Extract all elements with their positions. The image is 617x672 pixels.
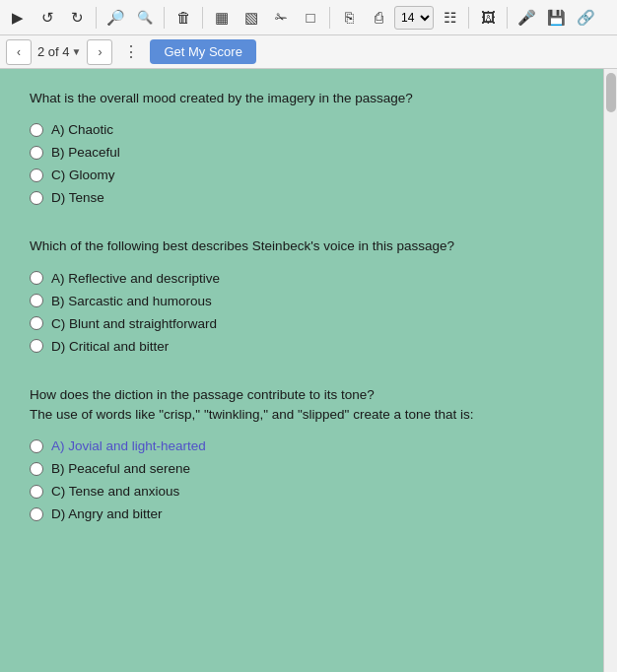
question-text-2: Which of the following best describes St… [30, 236, 574, 256]
radio-q1d[interactable] [30, 191, 43, 205]
separator3 [202, 7, 203, 29]
question-block-3: How does the diction in the passage cont… [30, 385, 574, 522]
option-row-q1b[interactable]: B) Peaceful [30, 145, 574, 160]
option-row-q1c[interactable]: C) Gloomy [30, 168, 574, 182]
option-label-q3c: C) Tense and anxious [51, 484, 179, 499]
undo-icon[interactable]: ↺ [34, 4, 61, 32]
main-content: What is the overall mood created by the … [0, 69, 603, 672]
option-row-q3a[interactable]: A) Jovial and light-hearted [30, 438, 574, 453]
radio-q1a[interactable] [30, 123, 43, 137]
option-label-q3d: D) Angry and bitter [51, 506, 163, 521]
question-block-1: What is the overall mood created by the … [30, 89, 574, 205]
option-row-q1a[interactable]: A) Chaotic [30, 122, 574, 137]
mic-icon[interactable]: 🎤 [513, 4, 540, 32]
save-icon[interactable]: 💾 [542, 4, 570, 32]
radio-q2a[interactable] [30, 271, 43, 285]
radio-q1b[interactable] [30, 146, 43, 160]
zoom-select[interactable]: 14 [394, 6, 434, 30]
option-row-q1d[interactable]: D) Tense [30, 190, 574, 205]
option-label-q2a: A) Reflective and descriptive [51, 271, 220, 286]
question-text-1: What is the overall mood created by the … [30, 89, 574, 108]
option-row-q2a[interactable]: A) Reflective and descriptive [30, 271, 574, 286]
option-row-q3b[interactable]: B) Peaceful and serene [30, 461, 574, 476]
cursor-icon[interactable]: ▶ [4, 4, 32, 32]
option-label-q2d: D) Critical and bitter [51, 339, 169, 354]
separator2 [164, 7, 165, 29]
radio-q3a[interactable] [30, 439, 43, 453]
separator1 [96, 7, 97, 29]
redo-icon[interactable]: ↻ [63, 4, 91, 32]
scrollbar-track[interactable] [603, 69, 617, 672]
cut-icon[interactable]: ✁ [267, 4, 295, 32]
toolbar-row1: ▶ ↺ ↻ 🔎 🔍 🗑 ▦ ▧ ✁ □ ⎘ ⎙ 14 ☷ 🖼 🎤 💾 🔗 [0, 0, 617, 35]
content-area: What is the overall mood created by the … [0, 69, 617, 672]
page-indicator: 2 of 4 ▼ [37, 44, 81, 59]
page-text: 2 of 4 [37, 44, 70, 59]
radio-q3b[interactable] [30, 462, 43, 476]
option-label-q1a: A) Chaotic [51, 122, 113, 137]
radio-q1c[interactable] [30, 168, 43, 182]
resize-icon[interactable]: ⎙ [365, 4, 392, 32]
get-score-button[interactable]: Get My Score [150, 39, 255, 64]
delete-icon[interactable]: 🗑 [170, 4, 197, 32]
option-row-q2d[interactable]: D) Critical and bitter [30, 339, 574, 354]
nav-prev-button[interactable]: ‹ [6, 39, 32, 65]
radio-q3d[interactable] [30, 507, 43, 521]
scrollbar-thumb[interactable] [606, 73, 616, 112]
radio-q2d[interactable] [30, 339, 43, 353]
separator5 [468, 7, 469, 29]
paste-icon[interactable]: ▧ [238, 4, 265, 32]
option-label-q2b: B) Sarcastic and humorous [51, 294, 212, 308]
option-label-q2c: C) Blunt and straightforward [51, 316, 217, 331]
zoom-out-icon[interactable]: 🔍 [131, 4, 159, 32]
question-text-3: How does the diction in the passage cont… [30, 385, 574, 426]
image-icon[interactable]: 🖼 [474, 4, 502, 32]
option-row-q3c[interactable]: C) Tense and anxious [30, 484, 574, 499]
option-label-q3b: B) Peaceful and serene [51, 461, 190, 476]
paste2-icon[interactable]: □ [297, 4, 324, 32]
more-options-button[interactable]: ⋮ [118, 39, 144, 65]
separator4 [329, 7, 330, 29]
option-label-q1d: D) Tense [51, 190, 104, 205]
radio-q2b[interactable] [30, 294, 43, 307]
chevron-down-icon[interactable]: ▼ [72, 46, 82, 57]
radio-q2c[interactable] [30, 316, 43, 330]
radio-q3c[interactable] [30, 485, 43, 499]
frame-icon[interactable]: ⎘ [335, 4, 363, 32]
nav-next-button[interactable]: › [87, 39, 112, 65]
link-icon[interactable]: 🔗 [572, 4, 599, 32]
separator6 [507, 7, 508, 29]
zoom-in-icon[interactable]: 🔎 [102, 4, 129, 32]
option-label-q1c: C) Gloomy [51, 168, 115, 182]
option-label-q1b: B) Peaceful [51, 145, 120, 160]
grid-icon[interactable]: ☷ [436, 4, 463, 32]
option-label-q3a: A) Jovial and light-hearted [51, 438, 206, 453]
option-row-q2b[interactable]: B) Sarcastic and humorous [30, 294, 574, 308]
question-block-2: Which of the following best describes St… [30, 236, 574, 353]
option-row-q2c[interactable]: C) Blunt and straightforward [30, 316, 574, 331]
toolbar-row2: ‹ 2 of 4 ▼ › ⋮ Get My Score [0, 35, 617, 69]
option-row-q3d[interactable]: D) Angry and bitter [30, 506, 574, 521]
copy-icon[interactable]: ▦ [208, 4, 236, 32]
